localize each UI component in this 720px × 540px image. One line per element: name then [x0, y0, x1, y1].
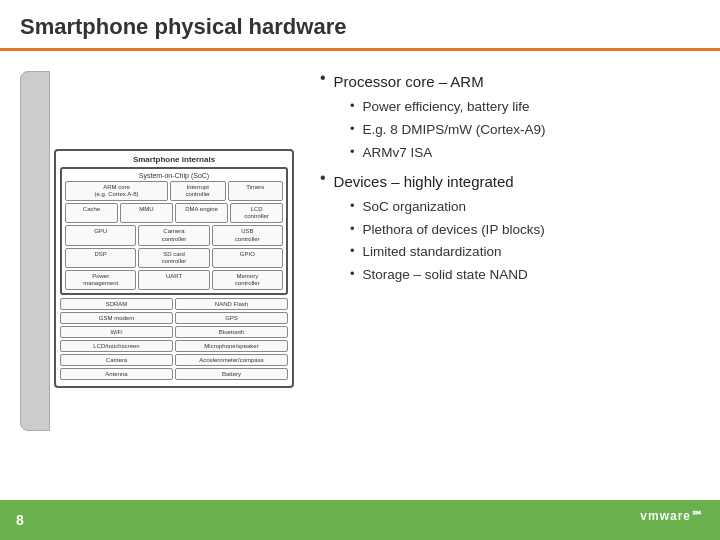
cell-mmu: MMU	[120, 203, 173, 223]
outer-row-sdram: SDRAM NAND Flash	[60, 298, 288, 310]
cell-accel: Accelerometer/compass	[175, 354, 288, 366]
sub-bullet-2-3: • Limited standardization	[350, 243, 700, 262]
cell-gpio: GPIO	[212, 248, 283, 268]
cell-sd: SD cardcontroller	[138, 248, 209, 268]
sub-text-1-2: E.g. 8 DMIPS/mW (Cortex-A9)	[363, 121, 546, 140]
soc-row-4: DSP SD cardcontroller GPIO	[65, 248, 283, 268]
soc-row-5: Powermanagement UART Memorycontroller	[65, 270, 283, 290]
cell-nand: NAND Flash	[175, 298, 288, 310]
sub-text-2-4: Storage – solid state NAND	[363, 266, 528, 285]
outer-row-antenna: Antenna Battery	[60, 368, 288, 380]
main-content: Smartphone internals System-on-Chip (SoC…	[0, 51, 720, 486]
diagram-main-title: Smartphone internals	[60, 155, 288, 164]
outer-row-gsm: GSM modem GPS	[60, 312, 288, 324]
sub-text-1-1: Power efficiency, battery life	[363, 98, 530, 117]
phone-outline	[20, 71, 50, 431]
outer-row-wifi: WiFi Bluetooth	[60, 326, 288, 338]
sub-bullets-2: • SoC organization • Plethora of devices…	[350, 198, 700, 286]
sub-bullet-2-4: • Storage – solid state NAND	[350, 266, 700, 285]
outer-row-camera: Camera Accelerometer/compass	[60, 354, 288, 366]
sub-text-2-2: Plethora of devices (IP blocks)	[363, 221, 545, 240]
cell-arm: ARM core(e.g. Cortex A-8)	[65, 181, 168, 201]
sub-bullet-2-2: • Plethora of devices (IP blocks)	[350, 221, 700, 240]
bullet-text-2: Devices – highly integrated	[334, 171, 514, 192]
cell-cache: Cache	[65, 203, 118, 223]
cell-gsm: GSM modem	[60, 312, 173, 324]
sub-dot-2-3: •	[350, 243, 355, 258]
slide-header: Smartphone physical hardware	[0, 0, 720, 51]
sub-text-1-3: ARMv7 ISA	[363, 144, 433, 163]
cell-timers: Timers	[228, 181, 284, 201]
cell-camera-ctrl: Cameracontroller	[138, 225, 209, 245]
bullet-main-2: • Devices – highly integrated	[320, 171, 700, 192]
diagram-area: Smartphone internals System-on-Chip (SoC…	[20, 61, 300, 476]
cell-bluetooth: Bluetooth	[175, 326, 288, 338]
cell-dsp: DSP	[65, 248, 136, 268]
sub-bullet-1-1: • Power efficiency, battery life	[350, 98, 700, 117]
cell-battery: Battery	[175, 368, 288, 380]
page-number: 8	[16, 512, 24, 528]
sub-dot-1-3: •	[350, 144, 355, 159]
cell-gps: GPS	[175, 312, 288, 324]
slide-footer: 8 vmware℠	[0, 500, 720, 540]
sub-text-2-3: Limited standardization	[363, 243, 502, 262]
sub-dot-2-1: •	[350, 198, 355, 213]
bullet-main-1: • Processor core – ARM	[320, 71, 700, 92]
soc-row-1: ARM core(e.g. Cortex A-8) Interruptcontr…	[65, 181, 283, 201]
sub-dot-1-1: •	[350, 98, 355, 113]
soc-row-3: GPU Cameracontroller USBcontroller	[65, 225, 283, 245]
cell-dma: DMA engine	[175, 203, 228, 223]
soc-title: System-on-Chip (SoC)	[65, 172, 283, 179]
cell-memory: Memorycontroller	[212, 270, 283, 290]
sub-dot-2-2: •	[350, 221, 355, 236]
sub-bullet-2-1: • SoC organization	[350, 198, 700, 217]
sub-bullets-1: • Power efficiency, battery life • E.g. …	[350, 98, 700, 163]
cell-antenna: Antenna	[60, 368, 173, 380]
logo-vm: vm	[640, 509, 659, 523]
cell-interrupt: Interruptcontroller	[170, 181, 226, 201]
cell-wifi: WiFi	[60, 326, 173, 338]
logo-ware: ware℠	[660, 509, 704, 523]
outer-row-lcd-touch: LCD/touchscreen Microphone/speaker	[60, 340, 288, 352]
bullet-text-1: Processor core – ARM	[334, 71, 484, 92]
sub-dot-2-4: •	[350, 266, 355, 281]
sub-text-2-1: SoC organization	[363, 198, 467, 217]
cell-lcd: LCDcontroller	[230, 203, 283, 223]
cell-camera: Camera	[60, 354, 173, 366]
sub-bullet-1-3: • ARMv7 ISA	[350, 144, 700, 163]
vmware-logo: vmware℠	[640, 509, 704, 532]
bullet-content: • Processor core – ARM • Power efficienc…	[310, 61, 700, 476]
sub-dot-1-2: •	[350, 121, 355, 136]
soc-diagram: Smartphone internals System-on-Chip (SoC…	[54, 149, 294, 389]
soc-row-2: Cache MMU DMA engine LCDcontroller	[65, 203, 283, 223]
cell-lcd-touch: LCD/touchscreen	[60, 340, 173, 352]
bullet-dot-2: •	[320, 169, 326, 187]
cell-usb: USBcontroller	[212, 225, 283, 245]
bullet-dot-1: •	[320, 69, 326, 87]
cell-mic: Microphone/speaker	[175, 340, 288, 352]
cell-sdram: SDRAM	[60, 298, 173, 310]
soc-box: System-on-Chip (SoC) ARM core(e.g. Corte…	[60, 167, 288, 296]
cell-power: Powermanagement	[65, 270, 136, 290]
cell-gpu: GPU	[65, 225, 136, 245]
slide-title: Smartphone physical hardware	[20, 14, 346, 39]
sub-bullet-1-2: • E.g. 8 DMIPS/mW (Cortex-A9)	[350, 121, 700, 140]
cell-uart: UART	[138, 270, 209, 290]
